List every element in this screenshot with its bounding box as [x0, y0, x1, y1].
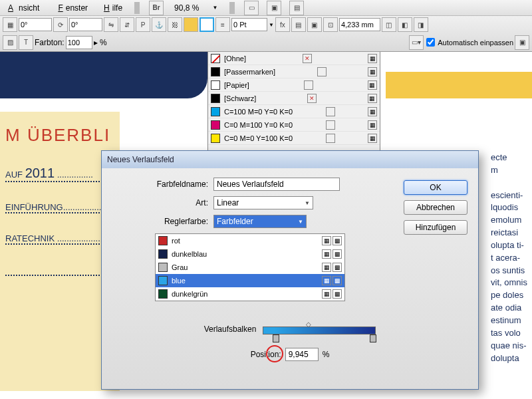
- color-swatch-icon: [158, 236, 168, 245]
- toc-row-1: AUF 2011 ...............: [5, 166, 113, 182]
- swatch-name-input[interactable]: [213, 178, 340, 191]
- stroke-swatch[interactable]: [200, 17, 214, 32]
- swatch-lock-icon: [317, 67, 327, 76]
- view-mode-icon-3[interactable]: ▤: [289, 1, 304, 15]
- color-row[interactable]: dunkelgrün▦▩: [156, 287, 344, 301]
- swatch-mode-icon: ▦: [368, 67, 377, 76]
- ok-button[interactable]: OK: [404, 180, 467, 195]
- cancel-button[interactable]: Abbrechen: [404, 200, 467, 215]
- swatch-row[interactable]: [Schwarz]✕▦: [208, 92, 380, 105]
- anchor-icon[interactable]: ⚓: [152, 17, 166, 32]
- text-wrap-icon[interactable]: ▤: [291, 17, 306, 32]
- stroke-weight-icon[interactable]: ≡: [215, 17, 230, 32]
- position-input[interactable]: [285, 348, 319, 361]
- color-swatch-icon: [158, 276, 168, 285]
- color-row[interactable]: rot▦▩: [156, 234, 344, 247]
- dropdown-icon[interactable]: ▭▾: [409, 35, 424, 50]
- gradient-stop-right[interactable]: [370, 334, 376, 342]
- misc-icon[interactable]: ◫: [382, 17, 396, 32]
- angle-input-2[interactable]: [69, 18, 102, 31]
- swatch-mode-icon: ▦: [368, 120, 377, 130]
- position-label: Position:: [251, 350, 281, 359]
- tool-icon[interactable]: ▦: [3, 17, 17, 32]
- misc-icon-3[interactable]: ◨: [414, 17, 428, 32]
- auto-fit-checkbox[interactable]: Automatisch einpassen: [426, 38, 513, 47]
- swatch-name: [Ohne]: [224, 55, 246, 63]
- color-name: dunkelblau: [172, 250, 207, 258]
- gradient-stop-left[interactable]: [273, 334, 279, 342]
- toc-row-2: EINFÜHRUNG.............................: [5, 202, 113, 213]
- position-unit: %: [323, 350, 330, 359]
- color-list[interactable]: rot▦▩dunkelblau▦▩Grau▦▩blue▦▩dunkelgrün▦…: [155, 233, 345, 301]
- swatch-mode-icon: ▦: [368, 134, 377, 143]
- color-swatch-icon: [158, 249, 168, 259]
- flip-h-icon[interactable]: ⇋: [104, 17, 118, 32]
- midpoint-handle[interactable]: ◇: [306, 321, 311, 328]
- swatch-row[interactable]: [Ohne]✕▦: [208, 52, 380, 65]
- measure-input[interactable]: [339, 18, 380, 31]
- gradient-fill-icon[interactable]: ▨: [3, 35, 17, 50]
- stroke-weight-input[interactable]: [231, 18, 267, 31]
- zoom-level[interactable]: 90,8 %: [172, 2, 201, 14]
- type-label: Art:: [114, 198, 213, 207]
- swatch-row[interactable]: [Passermarken]▦: [208, 65, 380, 78]
- color-row[interactable]: blue▦▩: [156, 274, 344, 287]
- swatch-row[interactable]: C=0 M=0 Y=100 K=0▦: [208, 132, 380, 145]
- angle-input-1[interactable]: [19, 18, 52, 31]
- fit-icon[interactable]: ▣: [515, 35, 529, 50]
- farbton-unit: ▸ %: [94, 38, 107, 47]
- color-row[interactable]: Grau▦▩: [156, 261, 344, 274]
- color-mode-icon: ▩: [332, 236, 342, 245]
- swatch-color-icon: [211, 120, 220, 130]
- view-mode-icon-2[interactable]: ▣: [267, 1, 281, 15]
- right-text-column: ectem escienti-lquodisemolum reictasiolu…: [491, 152, 532, 399]
- view-mode-icon[interactable]: ▭: [244, 1, 259, 15]
- swatch-mode-icon: ▦: [368, 107, 377, 116]
- farbton-input[interactable]: [66, 36, 92, 49]
- rotate-icon[interactable]: ⟳: [53, 17, 68, 32]
- color-mode-icon: ▦: [322, 236, 331, 245]
- swatch-row[interactable]: C=100 M=0 Y=0 K=0▦: [208, 105, 380, 118]
- p-icon[interactable]: P: [136, 17, 150, 32]
- swatch-name: C=0 M=0 Y=100 K=0: [224, 134, 293, 142]
- swatch-name: C=0 M=100 Y=0 K=0: [224, 121, 293, 129]
- type-select[interactable]: Linear▼: [213, 196, 313, 209]
- menu-ansicht[interactable]: Ansicht: [3, 2, 45, 14]
- menu-fenster[interactable]: Fenster: [53, 2, 90, 14]
- fill-swatch[interactable]: [184, 17, 198, 32]
- swatch-lock-icon: ✕: [303, 54, 312, 63]
- misc-icon-2[interactable]: ◧: [398, 17, 412, 32]
- frame-fit-icon[interactable]: ▣: [307, 17, 322, 32]
- swatch-name: [Papier]: [224, 81, 249, 89]
- swatch-color-icon: [211, 80, 220, 90]
- flip-v-icon[interactable]: ⇵: [120, 17, 134, 32]
- text-icon[interactable]: T: [19, 35, 33, 50]
- bridge-button[interactable]: Br: [149, 1, 164, 15]
- new-gradient-dialog: Neues Verlaufsfeld Farbfeldname: Art: Li…: [101, 150, 479, 390]
- swatch-mode-icon: ▦: [368, 94, 377, 103]
- swatch-row[interactable]: [Papier]▦: [208, 78, 380, 92]
- blue-shape: [0, 52, 207, 98]
- swatch-lock-icon: [326, 120, 335, 130]
- color-mode-icon: ▦: [322, 249, 331, 259]
- color-name: blue: [172, 277, 186, 285]
- stopcolor-select[interactable]: Farbfelder▼: [213, 215, 307, 228]
- swatch-row[interactable]: C=0 M=100 Y=0 K=0▦: [208, 118, 380, 132]
- swatch-color-icon: [211, 54, 220, 63]
- add-button[interactable]: Hinzufügen: [404, 220, 467, 235]
- chain-icon[interactable]: ⛓: [168, 17, 182, 32]
- swatch-mode-icon: ▦: [368, 80, 377, 90]
- fx-icon[interactable]: fx: [275, 17, 290, 32]
- color-swatch-icon: [158, 263, 168, 272]
- crop-icon[interactable]: ⊡: [323, 17, 338, 32]
- separator: [134, 2, 140, 14]
- swatch-color-icon: [211, 134, 220, 143]
- menu-hilfe[interactable]: Hilfe: [98, 2, 125, 14]
- color-row[interactable]: dunkelblau▦▩: [156, 247, 344, 261]
- swatches-panel: [Ohne]✕▦[Passermarken]▦[Papier]▦[Schwarz…: [207, 52, 380, 158]
- menu-bar: Ansicht Fenster Hilfe Br 90,8 %▼ ▭ ▣ ▤: [0, 0, 532, 16]
- gradient-ramp[interactable]: ◇: [263, 327, 376, 334]
- options-toolbar: ▦ ⟳ ⇋ ⇵ P ⚓ ⛓ ≡ ▼ fx ▤ ▣ ⊡ ◫ ◧ ◨ ▨ T Far…: [0, 16, 532, 52]
- swatch-color-icon: [211, 107, 220, 116]
- swatch-color-icon: [211, 67, 220, 76]
